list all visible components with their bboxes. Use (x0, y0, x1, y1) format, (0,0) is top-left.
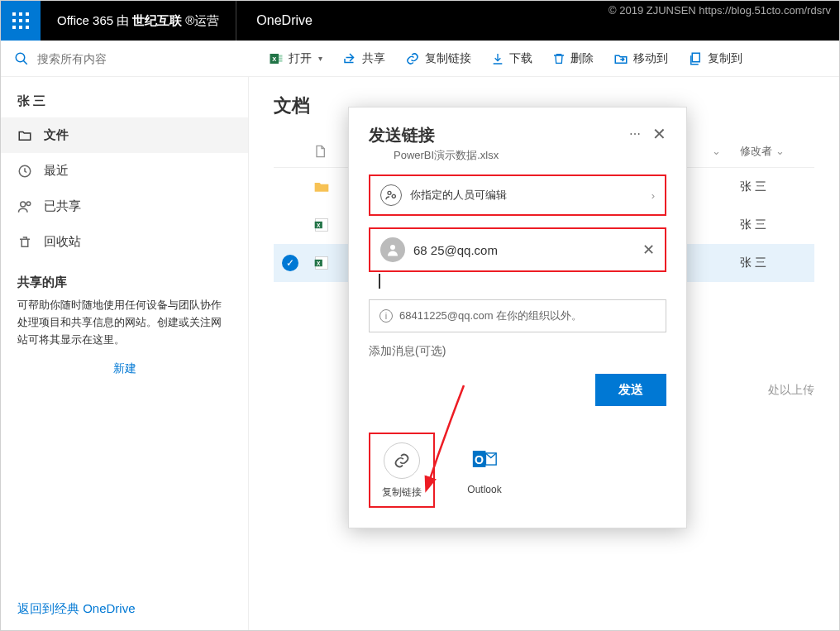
search-input[interactable] (37, 52, 203, 65)
svg-rect-6 (12, 26, 16, 29)
svg-point-18 (21, 202, 26, 207)
copy-link-button[interactable]: 复制链接 (397, 41, 480, 77)
svg-rect-1 (19, 12, 22, 16)
download-icon (491, 52, 504, 65)
name-header-icon[interactable] (313, 145, 333, 158)
outlook-action[interactable]: O Outlook (455, 433, 514, 508)
svg-rect-13 (279, 55, 283, 56)
svg-rect-0 (12, 12, 16, 16)
sidebar: 张 三 文件 最近 已共享 回收站 共享的库 可帮助你随时随地使用任何设备与团队… (1, 77, 249, 630)
shared-libs-header: 共享的库 (1, 260, 248, 297)
recycle-icon (17, 235, 32, 250)
brand-label: Office 365 由世纪互联®运营 (41, 1, 236, 41)
svg-rect-14 (279, 57, 283, 59)
text-cursor (379, 274, 380, 289)
people-settings-icon (380, 184, 402, 206)
chevron-right-icon: › (651, 189, 655, 202)
svg-rect-7 (19, 26, 22, 29)
svg-point-27 (392, 194, 395, 198)
svg-rect-4 (19, 19, 22, 22)
chevron-down-icon[interactable]: ⌄ (712, 145, 728, 157)
svg-rect-3 (12, 19, 16, 22)
delete-button[interactable]: 删除 (544, 41, 602, 77)
share-button[interactable]: 共享 (334, 41, 394, 77)
svg-text:X: X (272, 55, 276, 63)
new-site-link[interactable]: 新建 (1, 348, 248, 390)
link-icon (405, 51, 420, 66)
check-icon[interactable]: ✓ (282, 255, 298, 271)
svg-rect-16 (692, 53, 699, 62)
chevron-down-icon: ▾ (318, 54, 322, 63)
move-to-button[interactable]: 移动到 (605, 41, 676, 77)
nav-files[interactable]: 文件 (1, 117, 248, 153)
open-button[interactable]: X 打开▾ (260, 41, 331, 77)
info-icon: i (379, 309, 393, 323)
excel-icon: X (269, 51, 284, 66)
share-icon (342, 51, 357, 66)
nav-recent[interactable]: 最近 (1, 153, 248, 189)
send-button[interactable]: 发送 (595, 374, 666, 406)
dialog-title: 发送链接 (369, 124, 629, 146)
avatar-icon (380, 237, 405, 262)
message-input[interactable]: 添加消息(可选) (369, 344, 666, 359)
product-label: OneDrive (236, 13, 332, 28)
command-bar: X 打开▾ 共享 复制链接 下载 删除 移动到 复制到 (1, 41, 839, 77)
permission-selector[interactable]: 你指定的人员可编辑 › (369, 174, 666, 216)
excel-file-icon: X (313, 217, 333, 233)
move-icon (613, 51, 628, 66)
svg-rect-5 (26, 19, 29, 22)
svg-rect-15 (279, 60, 283, 61)
remove-recipient-button[interactable]: ✕ (642, 241, 655, 259)
people-icon (17, 199, 32, 214)
svg-point-26 (388, 191, 391, 194)
app-launcher-button[interactable] (1, 1, 41, 41)
current-user-label: 张 三 (1, 85, 248, 117)
upload-hint: 处以上传 (768, 383, 814, 398)
external-warning: i 68411225@qq.com 在你的组织以外。 (369, 299, 666, 332)
nav-recycle[interactable]: 回收站 (1, 224, 248, 260)
outlook-icon: O (466, 441, 503, 477)
return-classic-link[interactable]: 返回到经典 OneDrive (1, 588, 248, 630)
copy-icon (688, 51, 703, 66)
search-icon (14, 51, 29, 66)
search-box[interactable] (14, 51, 237, 66)
svg-line-10 (23, 60, 27, 65)
link-icon (384, 442, 420, 479)
folder-icon (313, 179, 333, 195)
close-icon[interactable]: ✕ (652, 124, 666, 144)
svg-rect-2 (26, 12, 29, 16)
svg-text:X: X (317, 222, 321, 228)
svg-text:X: X (317, 261, 321, 266)
clock-icon (17, 164, 32, 179)
excel-file-icon: X (313, 255, 333, 271)
download-button[interactable]: 下载 (483, 41, 541, 77)
waffle-icon (12, 12, 29, 29)
svg-point-19 (26, 202, 31, 206)
svg-text:O: O (475, 453, 484, 466)
dialog-filename: PowerBI演示数据.xlsx (394, 148, 629, 163)
send-link-dialog: 发送链接 PowerBI演示数据.xlsx ⋯ ✕ 你指定的人员可编辑 › 68… (348, 107, 687, 528)
folder-icon (17, 128, 32, 143)
copy-link-action[interactable]: 复制链接 (369, 433, 435, 508)
svg-rect-8 (26, 26, 29, 29)
recipient-chip[interactable]: 68 25@qq.com ✕ (369, 227, 666, 272)
nav-shared[interactable]: 已共享 (1, 189, 248, 224)
more-options-button[interactable]: ⋯ (629, 127, 641, 141)
modified-by-header[interactable]: 修改者 ⌄ (740, 144, 806, 159)
svg-point-28 (390, 245, 395, 250)
watermark-text: © 2019 ZJUNSEN https://blog.51cto.com/rd… (609, 4, 831, 17)
recipient-email: 68 25@qq.com (413, 243, 634, 257)
permission-text: 你指定的人员可编辑 (410, 188, 643, 203)
trash-icon (552, 52, 566, 65)
svg-point-9 (16, 53, 25, 62)
shared-libs-help: 可帮助你随时随地使用任何设备与团队协作处理项目和共享信息的网站。创建或关注网站可… (1, 297, 248, 348)
copy-to-button[interactable]: 复制到 (680, 41, 751, 77)
